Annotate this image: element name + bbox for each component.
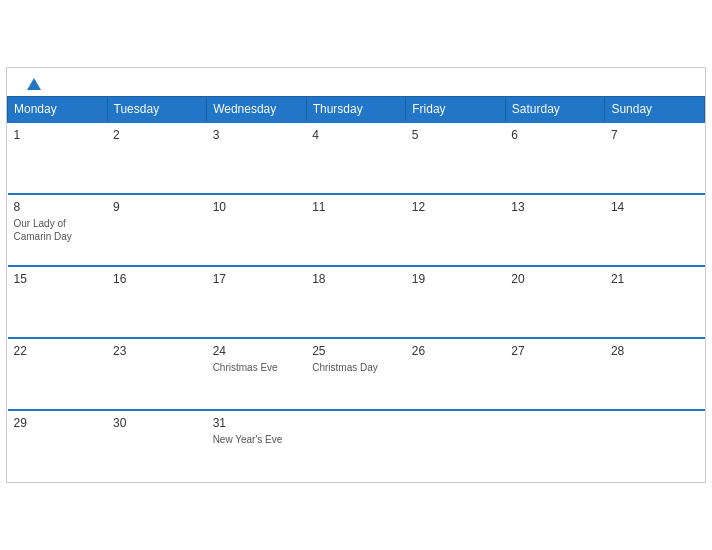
calendar-day-cell: 3 bbox=[207, 122, 307, 194]
day-number: 14 bbox=[611, 200, 699, 214]
calendar-day-cell: 24Christmas Eve bbox=[207, 338, 307, 410]
day-number: 18 bbox=[312, 272, 400, 286]
day-number: 29 bbox=[14, 416, 102, 430]
calendar-table: MondayTuesdayWednesdayThursdayFridaySatu… bbox=[7, 96, 705, 482]
calendar-day-cell: 20 bbox=[505, 266, 605, 338]
calendar-day-cell: 18 bbox=[306, 266, 406, 338]
holiday-label: New Year's Eve bbox=[213, 433, 301, 446]
calendar-day-cell: 5 bbox=[406, 122, 506, 194]
calendar-day-cell: 17 bbox=[207, 266, 307, 338]
calendar-week-row: 8Our Lady of Camarin Day91011121314 bbox=[8, 194, 705, 266]
calendar-day-cell: 29 bbox=[8, 410, 108, 482]
calendar-day-cell: 30 bbox=[107, 410, 207, 482]
day-number: 23 bbox=[113, 344, 201, 358]
calendar-week-row: 15161718192021 bbox=[8, 266, 705, 338]
calendar-day-cell: 23 bbox=[107, 338, 207, 410]
calendar-day-cell: 10 bbox=[207, 194, 307, 266]
day-number: 11 bbox=[312, 200, 400, 214]
calendar-day-cell: 28 bbox=[605, 338, 705, 410]
weekday-header-wednesday: Wednesday bbox=[207, 97, 307, 123]
weekday-header-sunday: Sunday bbox=[605, 97, 705, 123]
calendar-day-cell bbox=[605, 410, 705, 482]
weekday-header-monday: Monday bbox=[8, 97, 108, 123]
calendar-day-cell: 25Christmas Day bbox=[306, 338, 406, 410]
day-number: 16 bbox=[113, 272, 201, 286]
logo bbox=[23, 78, 41, 90]
day-number: 9 bbox=[113, 200, 201, 214]
calendar-day-cell: 27 bbox=[505, 338, 605, 410]
day-number: 2 bbox=[113, 128, 201, 142]
day-number: 24 bbox=[213, 344, 301, 358]
calendar-week-row: 293031New Year's Eve bbox=[8, 410, 705, 482]
calendar-day-cell: 9 bbox=[107, 194, 207, 266]
calendar-day-cell: 14 bbox=[605, 194, 705, 266]
day-number: 20 bbox=[511, 272, 599, 286]
day-number: 17 bbox=[213, 272, 301, 286]
day-number: 21 bbox=[611, 272, 699, 286]
calendar-day-cell: 16 bbox=[107, 266, 207, 338]
calendar-day-cell bbox=[306, 410, 406, 482]
calendar-week-row: 1234567 bbox=[8, 122, 705, 194]
day-number: 15 bbox=[14, 272, 102, 286]
calendar-container: MondayTuesdayWednesdayThursdayFridaySatu… bbox=[6, 67, 706, 483]
day-number: 4 bbox=[312, 128, 400, 142]
day-number: 22 bbox=[14, 344, 102, 358]
calendar-day-cell: 4 bbox=[306, 122, 406, 194]
day-number: 28 bbox=[611, 344, 699, 358]
day-number: 10 bbox=[213, 200, 301, 214]
calendar-day-cell: 12 bbox=[406, 194, 506, 266]
day-number: 6 bbox=[511, 128, 599, 142]
calendar-day-cell: 13 bbox=[505, 194, 605, 266]
calendar-day-cell bbox=[406, 410, 506, 482]
weekday-header-friday: Friday bbox=[406, 97, 506, 123]
calendar-day-cell: 8Our Lady of Camarin Day bbox=[8, 194, 108, 266]
day-number: 31 bbox=[213, 416, 301, 430]
holiday-label: Our Lady of Camarin Day bbox=[14, 217, 102, 243]
calendar-day-cell: 11 bbox=[306, 194, 406, 266]
day-number: 12 bbox=[412, 200, 500, 214]
weekday-header-tuesday: Tuesday bbox=[107, 97, 207, 123]
day-number: 5 bbox=[412, 128, 500, 142]
weekday-header-row: MondayTuesdayWednesdayThursdayFridaySatu… bbox=[8, 97, 705, 123]
day-number: 25 bbox=[312, 344, 400, 358]
day-number: 7 bbox=[611, 128, 699, 142]
holiday-label: Christmas Eve bbox=[213, 361, 301, 374]
day-number: 3 bbox=[213, 128, 301, 142]
calendar-day-cell: 1 bbox=[8, 122, 108, 194]
calendar-day-cell: 7 bbox=[605, 122, 705, 194]
calendar-day-cell: 31New Year's Eve bbox=[207, 410, 307, 482]
day-number: 19 bbox=[412, 272, 500, 286]
day-number: 13 bbox=[511, 200, 599, 214]
calendar-day-cell: 22 bbox=[8, 338, 108, 410]
calendar-day-cell: 6 bbox=[505, 122, 605, 194]
weekday-header-saturday: Saturday bbox=[505, 97, 605, 123]
logo-triangle-icon bbox=[27, 78, 41, 90]
calendar-day-cell: 19 bbox=[406, 266, 506, 338]
calendar-day-cell: 2 bbox=[107, 122, 207, 194]
calendar-day-cell: 26 bbox=[406, 338, 506, 410]
day-number: 27 bbox=[511, 344, 599, 358]
day-number: 30 bbox=[113, 416, 201, 430]
calendar-day-cell bbox=[505, 410, 605, 482]
day-number: 26 bbox=[412, 344, 500, 358]
holiday-label: Christmas Day bbox=[312, 361, 400, 374]
calendar-day-cell: 15 bbox=[8, 266, 108, 338]
calendar-header bbox=[7, 68, 705, 96]
calendar-week-row: 222324Christmas Eve25Christmas Day262728 bbox=[8, 338, 705, 410]
calendar-day-cell: 21 bbox=[605, 266, 705, 338]
day-number: 1 bbox=[14, 128, 102, 142]
weekday-header-thursday: Thursday bbox=[306, 97, 406, 123]
day-number: 8 bbox=[14, 200, 102, 214]
